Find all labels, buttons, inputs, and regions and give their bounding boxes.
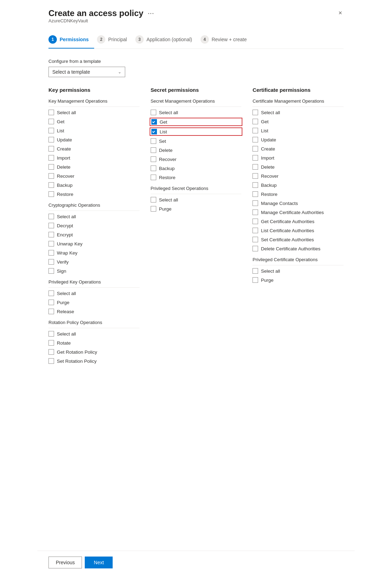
checkbox-crypto-encrypt-box[interactable] — [48, 232, 54, 237]
checkbox-crypto-select-all-box[interactable] — [48, 214, 54, 219]
checkbox-cert-import[interactable]: Import — [252, 155, 344, 161]
checkbox-key-recover[interactable]: Recover — [48, 173, 140, 179]
checkbox-crypto-unwrap-box[interactable] — [48, 241, 54, 246]
checkbox-rot-set[interactable]: Set Rotation Policy — [48, 358, 140, 364]
checkbox-privsec-purge[interactable]: Purge — [151, 206, 242, 212]
checkbox-privkey-purge-box[interactable] — [48, 300, 54, 305]
checkbox-crypto-select-all[interactable]: Select all — [48, 214, 140, 219]
checkbox-sec-select-all-box[interactable] — [151, 110, 156, 115]
checkbox-rot-rotate-box[interactable] — [48, 340, 54, 346]
checkbox-cert-create[interactable]: Create — [252, 146, 344, 152]
checkbox-rot-get[interactable]: Get Rotation Policy — [48, 349, 140, 355]
template-dropdown[interactable]: Select a template ⌄ — [48, 67, 125, 77]
checkbox-sec-list-box[interactable] — [151, 129, 157, 134]
checkbox-key-import-box[interactable] — [48, 155, 54, 161]
checkbox-key-select-all[interactable]: Select all — [48, 110, 140, 115]
more-options-button[interactable]: ··· — [148, 9, 154, 18]
checkbox-cert-update[interactable]: Update — [252, 137, 344, 142]
wizard-step-application[interactable]: 3 Application (optional) — [135, 32, 198, 49]
checkbox-crypto-decrypt[interactable]: Decrypt — [48, 223, 140, 228]
checkbox-privsec-select-all-box[interactable] — [151, 197, 156, 203]
checkbox-sec-delete[interactable]: Delete — [151, 147, 242, 153]
checkbox-crypto-wrap[interactable]: Wrap Key — [48, 250, 140, 256]
checkbox-crypto-wrap-box[interactable] — [48, 250, 54, 256]
checkbox-crypto-sign[interactable]: Sign — [48, 268, 140, 274]
checkbox-crypto-unwrap[interactable]: Unwrap Key — [48, 241, 140, 246]
checkbox-sec-get-box[interactable] — [151, 119, 157, 125]
checkbox-cert-getca-box[interactable] — [252, 219, 258, 224]
checkbox-privkey-select-all[interactable]: Select all — [48, 290, 140, 296]
checkbox-cert-select-all-box[interactable] — [252, 110, 258, 115]
checkbox-privcert-select-all[interactable]: Select all — [252, 268, 344, 274]
wizard-step-permissions[interactable]: 1 Permissions — [48, 32, 94, 49]
checkbox-crypto-decrypt-box[interactable] — [48, 223, 54, 228]
checkbox-key-backup-box[interactable] — [48, 182, 54, 188]
checkbox-cert-backup-box[interactable] — [252, 182, 258, 188]
checkbox-cert-listca-box[interactable] — [252, 228, 258, 233]
checkbox-sec-recover[interactable]: Recover — [151, 156, 242, 162]
checkbox-privsec-purge-box[interactable] — [151, 206, 156, 212]
wizard-step-principal[interactable]: 2 Principal — [97, 32, 133, 49]
checkbox-sec-recover-box[interactable] — [151, 156, 156, 162]
checkbox-crypto-sign-box[interactable] — [48, 268, 54, 274]
checkbox-key-delete[interactable]: Delete — [48, 164, 140, 170]
checkbox-cert-listca[interactable]: List Certificate Authorities — [252, 228, 344, 233]
checkbox-cert-managecontacts[interactable]: Manage Contacts — [252, 200, 344, 206]
checkbox-privkey-purge[interactable]: Purge — [48, 300, 140, 305]
previous-button[interactable]: Previous — [48, 557, 82, 568]
checkbox-privsec-select-all[interactable]: Select all — [151, 197, 242, 203]
checkbox-crypto-encrypt[interactable]: Encrypt — [48, 232, 140, 237]
checkbox-key-list[interactable]: List — [48, 128, 140, 133]
checkbox-sec-restore[interactable]: Restore — [151, 175, 242, 180]
checkbox-privcert-purge-box[interactable] — [252, 277, 258, 283]
checkbox-privkey-release[interactable]: Release — [48, 309, 140, 314]
checkbox-key-update[interactable]: Update — [48, 137, 140, 142]
checkbox-cert-deleteca-box[interactable] — [252, 246, 258, 251]
checkbox-key-get-box[interactable] — [48, 119, 54, 124]
checkbox-privcert-select-all-box[interactable] — [252, 268, 258, 274]
checkbox-cert-get[interactable]: Get — [252, 119, 344, 124]
checkbox-cert-list-box[interactable] — [252, 128, 258, 133]
checkbox-key-restore[interactable]: Restore — [48, 191, 140, 197]
checkbox-rot-set-box[interactable] — [48, 358, 54, 364]
checkbox-cert-list[interactable]: List — [252, 128, 344, 133]
checkbox-key-update-box[interactable] — [48, 137, 54, 142]
checkbox-key-import[interactable]: Import — [48, 155, 140, 161]
checkbox-sec-list[interactable]: List — [151, 128, 242, 135]
checkbox-key-backup[interactable]: Backup — [48, 182, 140, 188]
checkbox-cert-backup[interactable]: Backup — [252, 182, 344, 188]
checkbox-key-create[interactable]: Create — [48, 146, 140, 152]
checkbox-cert-delete[interactable]: Delete — [252, 164, 344, 170]
checkbox-crypto-verify[interactable]: Verify — [48, 259, 140, 265]
checkbox-cert-create-box[interactable] — [252, 146, 258, 152]
checkbox-privcert-purge[interactable]: Purge — [252, 277, 344, 283]
checkbox-sec-get[interactable]: Get — [151, 119, 242, 125]
checkbox-sec-set[interactable]: Set — [151, 138, 242, 144]
checkbox-cert-update-box[interactable] — [252, 137, 258, 142]
checkbox-cert-getca[interactable]: Get Certificate Authorities — [252, 219, 344, 224]
checkbox-cert-manageca[interactable]: Manage Certificate Authorities — [252, 209, 344, 215]
checkbox-rot-get-box[interactable] — [48, 349, 54, 355]
checkbox-cert-managecontacts-box[interactable] — [252, 200, 258, 206]
next-button[interactable]: Next — [85, 557, 113, 568]
checkbox-sec-set-box[interactable] — [151, 138, 156, 144]
wizard-step-review[interactable]: 4 Review + create — [201, 32, 252, 49]
checkbox-privkey-select-all-box[interactable] — [48, 290, 54, 296]
checkbox-key-get[interactable]: Get — [48, 119, 140, 124]
checkbox-sec-backup[interactable]: Backup — [151, 165, 242, 171]
close-button[interactable]: × — [337, 8, 344, 17]
checkbox-cert-recover-box[interactable] — [252, 173, 258, 179]
checkbox-key-select-all-box[interactable] — [48, 110, 54, 115]
checkbox-key-recover-box[interactable] — [48, 173, 54, 179]
checkbox-cert-get-box[interactable] — [252, 119, 258, 124]
checkbox-cert-deleteca[interactable]: Delete Certificate Authorities — [252, 246, 344, 251]
checkbox-cert-restore[interactable]: Restore — [252, 191, 344, 197]
checkbox-key-create-box[interactable] — [48, 146, 54, 152]
checkbox-sec-delete-box[interactable] — [151, 147, 156, 153]
checkbox-cert-delete-box[interactable] — [252, 164, 258, 170]
checkbox-sec-select-all[interactable]: Select all — [151, 110, 242, 115]
checkbox-rot-select-all-box[interactable] — [48, 331, 54, 337]
checkbox-cert-manageca-box[interactable] — [252, 209, 258, 215]
checkbox-privkey-release-box[interactable] — [48, 309, 54, 314]
checkbox-cert-select-all[interactable]: Select all — [252, 110, 344, 115]
